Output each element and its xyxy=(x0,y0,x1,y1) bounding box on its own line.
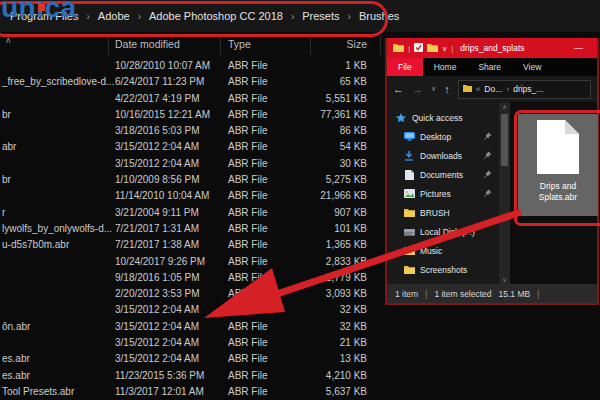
file-row[interactable]: r 3/21/2004 9:11 PM ABR File 907 KB xyxy=(0,205,385,221)
file-row[interactable]: br 10/16/2015 12:21 AM ABR File 77,361 K… xyxy=(0,107,385,123)
file-size: 54 KB xyxy=(280,141,367,152)
scroll-down-icon[interactable]: ∨ xyxy=(499,276,510,283)
column-header-type[interactable]: Type xyxy=(228,38,251,50)
forward-icon[interactable]: → xyxy=(412,83,423,95)
sidebar-item[interactable]: Pictures xyxy=(387,184,499,203)
file-size: 30 KB xyxy=(280,158,367,169)
tab-home[interactable]: Home xyxy=(423,58,468,76)
file-name: abr xyxy=(2,141,16,152)
breadcrumb-item[interactable]: drips_... xyxy=(513,84,543,94)
separator: | xyxy=(425,289,427,299)
address-bar: Program Files › Adobe › Adobe Photoshop … xyxy=(0,0,600,32)
file-type: ABR File xyxy=(228,272,267,283)
sidebar-item[interactable]: Music xyxy=(387,241,499,260)
file-size: 1 KB xyxy=(280,60,367,71)
file-row[interactable]: abr 3/15/2012 2:04 AM ABR File 54 KB xyxy=(0,139,385,155)
file-type: ABR File xyxy=(228,174,267,185)
file-row[interactable]: 11/14/2010 10:04 AM ABR File 21,966 KB xyxy=(0,188,385,204)
file-row[interactable]: _free_by_scribedlove-d... 6/24/2017 11:2… xyxy=(0,74,385,90)
sort-ascending-icon[interactable]: ∧ xyxy=(5,35,12,45)
quick-access-toolbar-dropdown-icon[interactable]: ∨ xyxy=(442,45,447,53)
pin-icon[interactable] xyxy=(484,132,492,142)
sidebar-item[interactable]: Screenshots xyxy=(387,260,499,279)
file-row[interactable]: 3/15/2012 2:04 AM ABR File 21 KB xyxy=(0,335,385,351)
file-name: br xyxy=(2,174,11,185)
pin-icon[interactable] xyxy=(484,151,492,161)
sidebar-item-label: Quick access xyxy=(412,113,463,123)
new-folder-icon[interactable] xyxy=(427,43,438,54)
file-row[interactable]: 3/15/2012 2:04 AM ABR File 32 KB xyxy=(0,302,385,318)
sidebar-item-label: Desktop xyxy=(420,132,451,142)
file-type: ABR File xyxy=(228,93,267,104)
file-size: 32 KB xyxy=(280,304,367,315)
properties-check-icon[interactable] xyxy=(414,43,423,54)
file-row[interactable]: 10/24/2017 9:26 PM ABR File 2,833 KB xyxy=(0,254,385,270)
file-row[interactable]: 2/20/2012 3:53 PM ABR File 3,093 KB xyxy=(0,286,385,302)
file-row[interactable]: es.abr 3/15/2012 2:04 AM ABR File 13 KB xyxy=(0,351,385,367)
pictures-icon xyxy=(403,189,415,198)
sidebar-item[interactable]: BRUSH xyxy=(387,203,499,222)
sidebar-item[interactable]: Quick access xyxy=(387,108,499,127)
file-row[interactable]: u-d5s7b0m.abr 7/21/2017 1:38 AM ABR File… xyxy=(0,237,385,253)
disk-icon xyxy=(403,228,415,236)
file-date-modified: 4/22/2017 4:19 PM xyxy=(115,93,200,104)
file-row[interactable]: br 1/10/2009 8:56 PM ABR File 5,275 KB xyxy=(0,172,385,188)
file-size: 5,637 KB xyxy=(280,386,367,397)
breadcrumb-item[interactable]: Adobe Photoshop CC 2018 xyxy=(149,10,283,22)
file-row[interactable]: 4/22/2017 4:19 PM ABR File 5,551 KB xyxy=(0,91,385,107)
file-type: ABR File xyxy=(228,223,267,234)
up-icon[interactable]: ↑ xyxy=(444,83,450,95)
file-type: ABR File xyxy=(228,288,267,299)
scroll-up-icon[interactable]: ∧ xyxy=(499,103,510,110)
column-header-size[interactable]: Size xyxy=(290,38,367,50)
file-row[interactable]: es.abr 11/23/2015 5:36 PM ABR File 4,210… xyxy=(0,368,385,384)
scrollbar-thumb[interactable] xyxy=(501,114,508,166)
column-header-date-modified[interactable]: Date modified xyxy=(115,38,180,50)
ribbon-menu: File Home Share View xyxy=(387,58,597,76)
file-date-modified: 3/15/2012 2:04 AM xyxy=(115,337,199,348)
file-row[interactable]: ôn.abr 3/15/2012 2:04 AM ABR File 32 KB xyxy=(0,319,385,335)
breadcrumb-item[interactable]: Adobe xyxy=(98,10,130,22)
column-separator[interactable] xyxy=(108,35,109,55)
pin-icon[interactable] xyxy=(484,189,492,199)
chevron-right-icon: › xyxy=(291,11,294,22)
unica-watermark-dot xyxy=(38,4,45,11)
file-row[interactable]: 3/15/2012 2:04 AM ABR File 30 KB xyxy=(0,156,385,172)
file-date-modified: 3/18/2016 5:03 PM xyxy=(115,125,200,136)
sidebar-item[interactable]: Local Disk (F:) xyxy=(387,222,499,241)
tab-share[interactable]: Share xyxy=(467,58,512,76)
breadcrumb-item[interactable]: Do... xyxy=(484,84,502,94)
pin-icon[interactable] xyxy=(484,170,492,180)
quick-access-star-icon xyxy=(395,113,407,123)
file-row[interactable]: 9/18/2016 1:05 PM ABR File 1,779 KB xyxy=(0,270,385,286)
address-input[interactable]: « Do... › drips_... xyxy=(458,80,591,99)
title-bar[interactable]: | ∨ | drips_and_splats — xyxy=(387,38,597,58)
file-size: 2,833 KB xyxy=(280,256,367,267)
file-row[interactable]: 10/28/2010 10:07 AM ABR File 1 KB xyxy=(0,58,385,74)
sidebar-item[interactable]: Downloads xyxy=(387,146,499,165)
file-size: 4,210 KB xyxy=(280,370,367,381)
files-pane: Drips and Splats.abr xyxy=(510,102,597,284)
sidebar-item[interactable]: Documents xyxy=(387,165,499,184)
scrollbar[interactable]: ∧ ∨ xyxy=(499,102,510,284)
desktop-icon xyxy=(403,132,415,141)
file-date-modified: 10/28/2010 10:07 AM xyxy=(115,60,210,71)
sidebar-item[interactable]: Desktop xyxy=(387,127,499,146)
collapsed-crumbs-icon[interactable]: « xyxy=(476,84,481,94)
file-row[interactable]: lywolfs_by_onlywolfs-d... 7/21/2017 1:31… xyxy=(0,221,385,237)
breadcrumb-item[interactable]: Brushes xyxy=(359,10,399,22)
file-row[interactable]: 3/18/2016 5:03 PM ABR File 86 KB xyxy=(0,123,385,139)
minimize-button[interactable]: — xyxy=(574,43,583,53)
back-icon[interactable]: ← xyxy=(393,83,404,95)
chevron-right-icon: › xyxy=(86,11,89,22)
column-separator[interactable] xyxy=(380,35,381,55)
recent-locations-dropdown-icon[interactable]: ∨ xyxy=(431,85,436,93)
tab-file[interactable]: File xyxy=(387,58,423,76)
tab-view[interactable]: View xyxy=(512,58,552,76)
column-separator[interactable] xyxy=(220,35,221,55)
breadcrumb-item[interactable]: Presets xyxy=(302,10,339,22)
column-separator[interactable] xyxy=(310,35,311,55)
file-size: 101 KB xyxy=(280,223,367,234)
file-row[interactable]: Tool Presets.abr 11/3/2017 12:01 AM ABR … xyxy=(0,384,385,400)
selected-file-tile[interactable]: Drips and Splats.abr xyxy=(518,114,598,216)
